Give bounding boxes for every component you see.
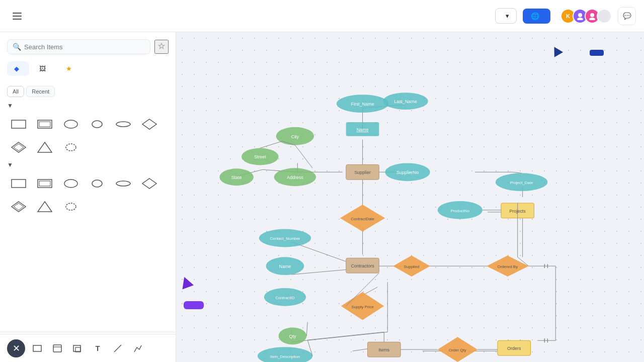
svg-line-107 xyxy=(260,141,283,148)
svg-point-2 xyxy=(590,13,594,17)
tab-assets[interactable]: 🖼 xyxy=(32,61,56,76)
svg-text:Contact_Number: Contact_Number xyxy=(270,236,300,241)
svg-text:Supplier: Supplier xyxy=(354,170,371,175)
pen-tool[interactable] xyxy=(130,340,146,356)
svg-point-18 xyxy=(64,179,77,188)
svg-text:Item_Description: Item_Description xyxy=(270,354,300,359)
comment-button[interactable]: 💬 xyxy=(618,7,636,25)
frame-tool[interactable] xyxy=(69,340,86,356)
shape-chen-ellipse[interactable] xyxy=(59,173,83,194)
menu-button[interactable] xyxy=(8,7,26,25)
svg-rect-16 xyxy=(38,179,52,188)
mini-tab-recent[interactable]: Recent xyxy=(26,86,55,97)
shape-chen-dashed-ellipse[interactable] xyxy=(59,197,83,217)
svg-text:Order Qty: Order Qty xyxy=(449,348,466,352)
search-bar: 🔍 xyxy=(0,32,176,59)
svg-marker-13 xyxy=(38,142,52,152)
svg-text:SupplierNo: SupplierNo xyxy=(396,170,419,175)
text-tool[interactable]: T xyxy=(90,340,106,356)
shape-chen-double-rectangle[interactable] xyxy=(33,173,56,194)
shape-double-rectangle[interactable] xyxy=(33,114,56,134)
shapes-area: All Recent ▼ xyxy=(0,81,176,332)
shape-tool[interactable] xyxy=(49,340,65,356)
section-arrow-icon: ▼ xyxy=(7,161,13,168)
canvas-area[interactable]: First_Name Last_Name Name City Street St… xyxy=(176,32,644,362)
svg-text:Address: Address xyxy=(287,175,303,180)
star-icon: ★ xyxy=(66,65,72,72)
svg-text:Orders: Orders xyxy=(507,346,521,351)
search-icon: 🔍 xyxy=(13,43,21,51)
chevron-down-icon: ▾ xyxy=(506,12,509,20)
svg-rect-6 xyxy=(39,122,50,127)
more-chen-button[interactable] xyxy=(86,197,94,217)
svg-line-121 xyxy=(306,322,307,336)
svg-rect-29 xyxy=(73,345,80,351)
erd-diagram: First_Name Last_Name Name City Street St… xyxy=(176,32,644,362)
shape-double-diamond[interactable] xyxy=(7,137,30,157)
share-button[interactable]: 🌐 xyxy=(523,9,550,24)
shape-ellipse-2[interactable] xyxy=(86,114,109,134)
diamond-icon: ◆ xyxy=(14,65,19,72)
svg-text:Supply Price: Supply Price xyxy=(351,305,374,309)
chen-shapes-grid xyxy=(7,173,169,217)
shape-chen-triangle[interactable] xyxy=(33,197,56,217)
assets-icon: 🖼 xyxy=(39,65,46,72)
svg-rect-4 xyxy=(12,120,26,128)
svg-rect-27 xyxy=(53,345,61,352)
section-erd-chen[interactable]: ▼ xyxy=(7,161,169,168)
search-input[interactable] xyxy=(24,43,145,51)
shape-rectangle[interactable] xyxy=(7,114,30,134)
svg-text:Qty: Qty xyxy=(289,334,296,339)
svg-text:Name: Name xyxy=(357,127,369,132)
svg-text:Last_Name: Last_Name xyxy=(394,99,417,104)
svg-text:Project_Date: Project_Date xyxy=(510,180,533,185)
svg-text:ProductNo: ProductNo xyxy=(451,209,470,213)
tab-stickers[interactable]: ★ xyxy=(59,61,82,76)
collaborator-avatars: K xyxy=(560,9,612,24)
svg-rect-17 xyxy=(39,181,50,186)
shape-chen-rectangle[interactable] xyxy=(7,173,30,194)
svg-point-0 xyxy=(578,13,582,17)
svg-text:Contractors: Contractors xyxy=(351,263,374,268)
shape-diamond[interactable] xyxy=(138,114,161,134)
svg-point-20 xyxy=(116,181,130,186)
line-tool[interactable] xyxy=(110,340,126,356)
pin-button[interactable] xyxy=(154,40,169,54)
svg-rect-26 xyxy=(33,345,41,351)
svg-marker-21 xyxy=(142,178,156,189)
shape-chen-diamond[interactable] xyxy=(138,173,161,194)
shape-triangle[interactable] xyxy=(33,137,56,157)
shape-chen-double-diamond[interactable] xyxy=(7,197,30,217)
svg-text:ContractID: ContractID xyxy=(276,296,295,300)
shape-tab-row: ◆ 🖼 ★ xyxy=(0,59,176,81)
shape-wide-ellipse[interactable] xyxy=(112,114,135,134)
crowsfoot-shapes-grid xyxy=(7,114,169,157)
svg-marker-10 xyxy=(142,119,156,129)
svg-rect-15 xyxy=(12,179,26,188)
shape-chen-ellipse-2[interactable] xyxy=(86,173,109,194)
hamburger-icon xyxy=(13,13,22,20)
svg-text:Name: Name xyxy=(279,264,291,269)
svg-text:Ordered By: Ordered By xyxy=(498,264,518,269)
section-erd-crowsfoot[interactable]: ▼ xyxy=(7,102,169,109)
export-button[interactable]: ▾ xyxy=(495,8,517,24)
svg-rect-5 xyxy=(38,120,52,128)
globe-icon: 🌐 xyxy=(531,12,539,20)
shape-dashed-ellipse[interactable] xyxy=(59,137,83,157)
drawing-toolbar: ✕ T xyxy=(0,334,176,362)
mini-tab-all[interactable]: All xyxy=(7,86,24,97)
svg-point-3 xyxy=(589,18,595,20)
svg-text:First_Name: First_Name xyxy=(351,102,374,107)
header: ▾ 🌐 K 💬 xyxy=(0,0,644,32)
svg-point-14 xyxy=(66,144,76,151)
tab-shapes[interactable]: ◆ xyxy=(7,61,29,76)
close-button[interactable]: ✕ xyxy=(7,339,25,357)
rectangle-tool[interactable] xyxy=(29,340,45,356)
avatar-overflow-count xyxy=(597,9,612,24)
more-crowsfoot-button[interactable] xyxy=(86,137,94,157)
svg-text:Items: Items xyxy=(378,347,389,352)
shape-ellipse[interactable] xyxy=(59,114,83,134)
svg-line-117 xyxy=(307,332,384,340)
shape-chen-wide-ellipse[interactable] xyxy=(112,173,135,194)
search-input-wrap[interactable]: 🔍 xyxy=(7,39,150,54)
